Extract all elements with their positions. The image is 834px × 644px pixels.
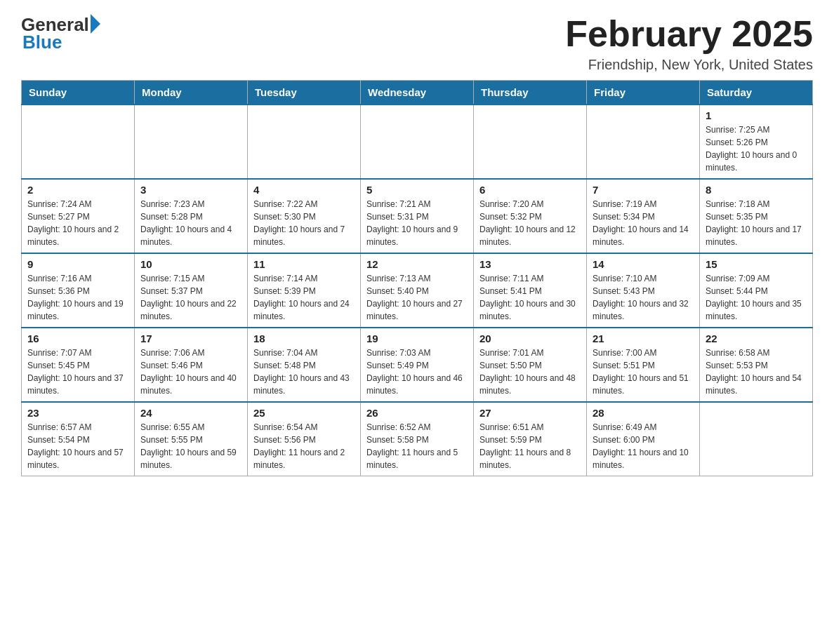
calendar-cell: 1Sunrise: 7:25 AM Sunset: 5:26 PM Daylig… xyxy=(700,105,813,179)
day-number: 15 xyxy=(706,258,807,270)
day-info: Sunrise: 7:20 AM Sunset: 5:32 PM Dayligh… xyxy=(479,198,581,248)
day-number: 25 xyxy=(253,407,355,419)
day-info: Sunrise: 7:04 AM Sunset: 5:48 PM Dayligh… xyxy=(253,347,355,397)
location-subtitle: Friendship, New York, United States xyxy=(565,57,813,73)
day-number: 4 xyxy=(253,184,355,196)
calendar-cell: 28Sunrise: 6:49 AM Sunset: 6:00 PM Dayli… xyxy=(587,402,700,476)
calendar-cell xyxy=(135,105,248,179)
calendar-week-4: 16Sunrise: 7:07 AM Sunset: 5:45 PM Dayli… xyxy=(22,328,813,402)
calendar-cell: 18Sunrise: 7:04 AM Sunset: 5:48 PM Dayli… xyxy=(248,328,361,402)
day-number: 11 xyxy=(253,258,355,270)
calendar-week-2: 2Sunrise: 7:24 AM Sunset: 5:27 PM Daylig… xyxy=(22,179,813,253)
column-header-friday: Friday xyxy=(587,81,700,105)
day-number: 16 xyxy=(27,333,128,344)
day-number: 6 xyxy=(479,184,581,196)
calendar-cell: 25Sunrise: 6:54 AM Sunset: 5:56 PM Dayli… xyxy=(248,402,361,476)
day-info: Sunrise: 7:16 AM Sunset: 5:36 PM Dayligh… xyxy=(27,272,128,323)
calendar-cell: 15Sunrise: 7:09 AM Sunset: 5:44 PM Dayli… xyxy=(700,253,813,328)
day-info: Sunrise: 6:58 AM Sunset: 5:53 PM Dayligh… xyxy=(706,347,807,397)
column-header-wednesday: Wednesday xyxy=(361,81,474,105)
day-number: 2 xyxy=(27,184,128,196)
calendar-cell: 22Sunrise: 6:58 AM Sunset: 5:53 PM Dayli… xyxy=(700,328,813,402)
day-info: Sunrise: 7:14 AM Sunset: 5:39 PM Dayligh… xyxy=(253,272,355,323)
day-info: Sunrise: 6:55 AM Sunset: 5:55 PM Dayligh… xyxy=(140,421,241,471)
day-info: Sunrise: 7:11 AM Sunset: 5:41 PM Dayligh… xyxy=(479,272,581,323)
day-number: 8 xyxy=(706,184,807,196)
day-number: 20 xyxy=(479,333,581,344)
day-number: 13 xyxy=(479,258,581,270)
calendar-table: SundayMondayTuesdayWednesdayThursdayFrid… xyxy=(21,80,813,476)
day-number: 14 xyxy=(593,258,694,270)
day-number: 26 xyxy=(366,407,468,419)
day-number: 21 xyxy=(593,333,694,344)
calendar-cell: 5Sunrise: 7:21 AM Sunset: 5:31 PM Daylig… xyxy=(361,179,474,253)
day-info: Sunrise: 7:22 AM Sunset: 5:30 PM Dayligh… xyxy=(253,198,355,248)
day-info: Sunrise: 7:19 AM Sunset: 5:34 PM Dayligh… xyxy=(593,198,694,248)
calendar-cell: 16Sunrise: 7:07 AM Sunset: 5:45 PM Dayli… xyxy=(22,328,135,402)
day-info: Sunrise: 7:03 AM Sunset: 5:49 PM Dayligh… xyxy=(366,347,468,397)
calendar-cell xyxy=(474,105,587,179)
day-number: 22 xyxy=(706,333,807,344)
day-number: 23 xyxy=(27,407,128,419)
calendar-week-3: 9Sunrise: 7:16 AM Sunset: 5:36 PM Daylig… xyxy=(22,253,813,328)
calendar-cell: 20Sunrise: 7:01 AM Sunset: 5:50 PM Dayli… xyxy=(474,328,587,402)
day-info: Sunrise: 7:07 AM Sunset: 5:45 PM Dayligh… xyxy=(27,347,128,397)
day-number: 28 xyxy=(593,407,694,419)
calendar-cell: 26Sunrise: 6:52 AM Sunset: 5:58 PM Dayli… xyxy=(361,402,474,476)
day-number: 5 xyxy=(366,184,468,196)
calendar-cell xyxy=(248,105,361,179)
day-number: 12 xyxy=(366,258,468,270)
day-number: 3 xyxy=(140,184,241,196)
day-info: Sunrise: 6:49 AM Sunset: 6:00 PM Dayligh… xyxy=(593,421,694,471)
calendar-cell: 7Sunrise: 7:19 AM Sunset: 5:34 PM Daylig… xyxy=(587,179,700,253)
calendar-cell: 27Sunrise: 6:51 AM Sunset: 5:59 PM Dayli… xyxy=(474,402,587,476)
day-number: 19 xyxy=(366,333,468,344)
logo-blue-text: Blue xyxy=(22,32,62,53)
column-header-monday: Monday xyxy=(135,81,248,105)
day-info: Sunrise: 6:54 AM Sunset: 5:56 PM Dayligh… xyxy=(253,421,355,471)
day-info: Sunrise: 6:57 AM Sunset: 5:54 PM Dayligh… xyxy=(27,421,128,471)
day-info: Sunrise: 7:01 AM Sunset: 5:50 PM Dayligh… xyxy=(479,347,581,397)
calendar-cell xyxy=(700,402,813,476)
day-number: 9 xyxy=(27,258,128,270)
day-info: Sunrise: 7:25 AM Sunset: 5:26 PM Dayligh… xyxy=(706,123,807,174)
column-header-tuesday: Tuesday xyxy=(248,81,361,105)
day-info: Sunrise: 7:06 AM Sunset: 5:46 PM Dayligh… xyxy=(140,347,241,397)
day-info: Sunrise: 7:18 AM Sunset: 5:35 PM Dayligh… xyxy=(706,198,807,248)
calendar-cell: 6Sunrise: 7:20 AM Sunset: 5:32 PM Daylig… xyxy=(474,179,587,253)
day-number: 27 xyxy=(479,407,581,419)
calendar-cell: 13Sunrise: 7:11 AM Sunset: 5:41 PM Dayli… xyxy=(474,253,587,328)
calendar-cell: 17Sunrise: 7:06 AM Sunset: 5:46 PM Dayli… xyxy=(135,328,248,402)
day-info: Sunrise: 6:52 AM Sunset: 5:58 PM Dayligh… xyxy=(366,421,468,471)
day-info: Sunrise: 7:23 AM Sunset: 5:28 PM Dayligh… xyxy=(140,198,241,248)
column-header-thursday: Thursday xyxy=(474,81,587,105)
logo-triangle-icon xyxy=(91,14,100,34)
title-section: February 2025 Friendship, New York, Unit… xyxy=(565,14,813,73)
calendar-week-5: 23Sunrise: 6:57 AM Sunset: 5:54 PM Dayli… xyxy=(22,402,813,476)
day-number: 1 xyxy=(706,109,807,121)
calendar-cell: 10Sunrise: 7:15 AM Sunset: 5:37 PM Dayli… xyxy=(135,253,248,328)
day-number: 10 xyxy=(140,258,241,270)
calendar-cell: 8Sunrise: 7:18 AM Sunset: 5:35 PM Daylig… xyxy=(700,179,813,253)
day-info: Sunrise: 7:21 AM Sunset: 5:31 PM Dayligh… xyxy=(366,198,468,248)
day-number: 18 xyxy=(253,333,355,344)
day-info: Sunrise: 7:15 AM Sunset: 5:37 PM Dayligh… xyxy=(140,272,241,323)
day-info: Sunrise: 7:10 AM Sunset: 5:43 PM Dayligh… xyxy=(593,272,694,323)
calendar-cell xyxy=(361,105,474,179)
column-header-saturday: Saturday xyxy=(700,81,813,105)
calendar-cell: 4Sunrise: 7:22 AM Sunset: 5:30 PM Daylig… xyxy=(248,179,361,253)
calendar-cell xyxy=(587,105,700,179)
column-header-sunday: Sunday xyxy=(22,81,135,105)
day-info: Sunrise: 7:24 AM Sunset: 5:27 PM Dayligh… xyxy=(27,198,128,248)
day-number: 7 xyxy=(593,184,694,196)
day-info: Sunrise: 7:13 AM Sunset: 5:40 PM Dayligh… xyxy=(366,272,468,323)
day-number: 24 xyxy=(140,407,241,419)
day-info: Sunrise: 7:00 AM Sunset: 5:51 PM Dayligh… xyxy=(593,347,694,397)
calendar-cell: 19Sunrise: 7:03 AM Sunset: 5:49 PM Dayli… xyxy=(361,328,474,402)
calendar-week-1: 1Sunrise: 7:25 AM Sunset: 5:26 PM Daylig… xyxy=(22,105,813,179)
calendar-cell: 12Sunrise: 7:13 AM Sunset: 5:40 PM Dayli… xyxy=(361,253,474,328)
calendar-cell: 24Sunrise: 6:55 AM Sunset: 5:55 PM Dayli… xyxy=(135,402,248,476)
logo: General Blue xyxy=(21,14,100,53)
calendar-cell: 14Sunrise: 7:10 AM Sunset: 5:43 PM Dayli… xyxy=(587,253,700,328)
calendar-cell: 3Sunrise: 7:23 AM Sunset: 5:28 PM Daylig… xyxy=(135,179,248,253)
